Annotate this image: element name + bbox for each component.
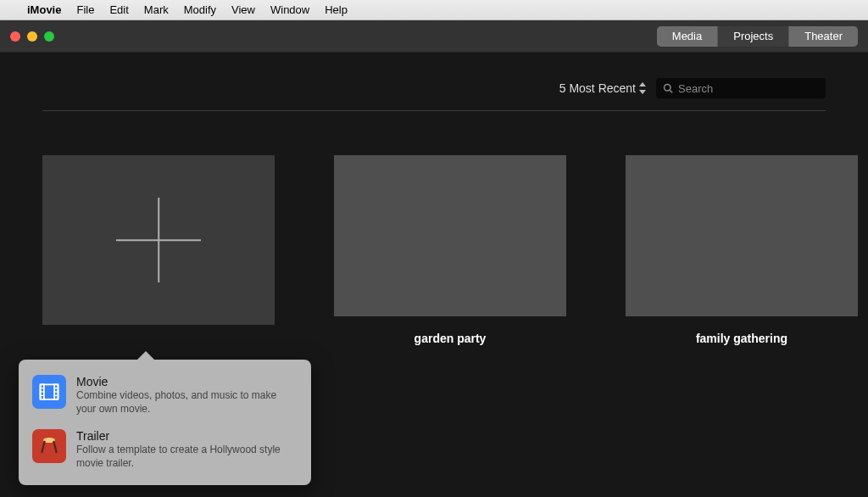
svg-line-1 [670,90,672,92]
traffic-lights [10,31,54,42]
svg-line-13 [53,441,57,453]
view-tabs: Media Projects Theater [657,26,858,47]
menubar-item-window[interactable]: Window [270,3,309,16]
fullscreen-button[interactable] [44,31,54,42]
search-icon [663,83,673,93]
menubar-item-mark[interactable]: Mark [144,3,169,16]
svg-line-12 [42,441,45,453]
popover-option-movie[interactable]: Movie Combine videos, photos, and music … [29,368,301,422]
create-popover: Movie Combine videos, photos, and music … [19,360,311,485]
tab-theater[interactable]: Theater [789,26,858,47]
movie-icon [32,375,66,409]
project-card[interactable]: family gathering [626,155,858,345]
recent-filter[interactable]: 5 Most Recent [559,81,646,95]
trailer-icon [32,429,66,463]
popover-trailer-title: Trailer [76,429,298,443]
tab-projects[interactable]: Projects [718,26,789,47]
project-card[interactable]: garden party [334,155,566,345]
menubar-item-help[interactable]: Help [325,3,348,16]
project-thumb [626,155,858,316]
menubar-item-modify[interactable]: Modify [184,3,216,16]
content-area: 5 Most Recent Search garden party [0,53,868,345]
create-new-project[interactable] [42,155,275,345]
projects-grid: garden party family gathering [42,111,826,345]
close-button[interactable] [10,31,20,42]
menubar-app-name[interactable]: iMovie [27,3,61,16]
toolbar-row: 5 Most Recent Search [42,53,826,111]
plus-icon [158,198,159,282]
popover-movie-title: Movie [76,375,298,388]
menubar-item-file[interactable]: File [76,3,94,16]
svg-point-0 [665,85,671,92]
recent-filter-label: 5 Most Recent [559,81,636,95]
stepper-icon [637,81,646,95]
popover-movie-desc: Combine videos, photos, and music to mak… [76,389,298,416]
create-new-thumb [42,155,275,325]
search-input[interactable]: Search [656,78,826,98]
minimize-button[interactable] [27,31,37,42]
popover-trailer-desc: Follow a template to create a Hollywood … [76,444,298,470]
search-placeholder: Search [678,82,713,95]
menubar-item-edit[interactable]: Edit [109,3,128,16]
macos-menubar: iMovie File Edit Mark Modify View Window… [0,0,868,20]
tab-media[interactable]: Media [657,26,718,47]
popover-option-trailer[interactable]: Trailer Follow a template to create a Ho… [29,422,301,477]
menubar-item-view[interactable]: View [231,3,255,16]
project-thumb [334,155,566,316]
project-title: family gathering [696,332,787,345]
window-titlebar: Media Projects Theater [0,20,868,53]
project-title: garden party [415,332,487,345]
